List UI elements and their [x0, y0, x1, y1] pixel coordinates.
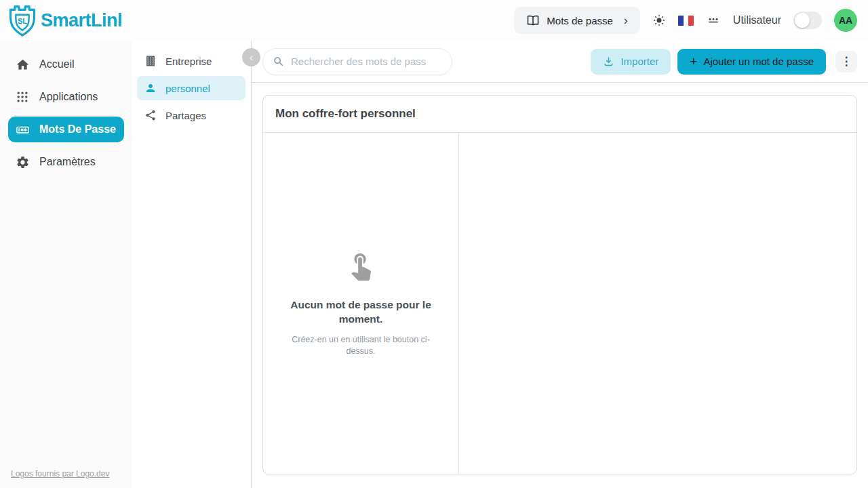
- vault-nav-label: Partages: [165, 110, 206, 121]
- vault-nav-item-partages[interactable]: Partages: [137, 103, 245, 127]
- add-password-button[interactable]: + Ajouter un mot de passe: [677, 49, 826, 75]
- toolbar: Importer + Ajouter un mot de passe ⋮: [252, 41, 868, 83]
- chevron-right-icon: ›: [624, 14, 628, 26]
- brand-logo[interactable]: SL SmartLinl: [7, 4, 122, 37]
- sun-icon: [652, 14, 666, 27]
- password-dots-icon: [706, 14, 721, 27]
- sidebar-item-accueil[interactable]: Accueil: [8, 52, 124, 77]
- passwords-context-label: Mots de passe: [547, 15, 613, 26]
- flag-blue-stripe: [678, 16, 684, 26]
- search-box[interactable]: [262, 48, 452, 75]
- language-flag-france[interactable]: [678, 16, 694, 26]
- vault-nav-item-personnel[interactable]: personnel: [137, 76, 245, 100]
- home-icon: [15, 58, 30, 72]
- password-detail-column: [459, 133, 856, 474]
- passwords-context-button[interactable]: Mots de passe ›: [514, 7, 640, 34]
- search-input[interactable]: [291, 56, 442, 67]
- top-bar-actions: Mots de passe ›: [514, 7, 857, 34]
- app-window: SL SmartLinl Mots de passe ›: [0, 0, 868, 488]
- person-icon: [144, 82, 157, 94]
- app-body: Accueil Applications: [0, 41, 868, 488]
- download-icon: [603, 56, 614, 67]
- sidebar-item-mots-de-passe[interactable]: Mots De Passe: [8, 117, 124, 142]
- vault-nav-label: personnel: [165, 83, 210, 94]
- top-bar: SL SmartLinl Mots de passe ›: [0, 0, 868, 41]
- svg-text:SL: SL: [18, 17, 27, 25]
- book-icon: [526, 14, 540, 27]
- kebab-menu-icon: ⋮: [841, 55, 852, 68]
- logos-credit-link[interactable]: Logos fournis par Logo.dev: [11, 469, 109, 479]
- empty-state-title: Aucun mot de passe pour le moment.: [285, 298, 437, 327]
- sidebar-item-parametres[interactable]: Paramètres: [8, 149, 124, 175]
- content-area: Mon coffre-fort personnel Aucun mot de p…: [252, 83, 868, 488]
- building-icon: [144, 55, 157, 67]
- user-toggle-switch[interactable]: [793, 12, 822, 29]
- user-avatar[interactable]: AA: [834, 9, 857, 32]
- vault-card-title: Mon coffre-fort personnel: [263, 96, 856, 133]
- password-dots-button[interactable]: [706, 14, 721, 27]
- search-icon: [273, 56, 285, 68]
- sidebar-item-label: Applications: [39, 91, 98, 103]
- empty-state-subtitle: Créez-en un en utilisant le bouton ci-de…: [283, 334, 439, 357]
- vault-card-body: Aucun mot de passe pour le moment. Créez…: [263, 133, 856, 474]
- apps-grid-icon: [15, 90, 30, 104]
- user-label: Utilisateur: [733, 14, 781, 26]
- shield-logo-icon: SL: [7, 4, 38, 37]
- add-password-label: Ajouter un mot de passe: [703, 56, 814, 67]
- import-label: Importer: [620, 56, 658, 67]
- toggle-knob: [795, 13, 810, 28]
- password-list-column: Aucun mot de passe pour le moment. Créez…: [263, 133, 459, 474]
- password-field-icon: [15, 123, 30, 137]
- more-options-button[interactable]: ⋮: [835, 51, 857, 73]
- sidebar-item-applications[interactable]: Applications: [8, 84, 124, 110]
- vault-nav: Entreprise personnel Partages: [132, 41, 251, 488]
- tap-hand-icon: [345, 249, 376, 281]
- plus-icon: +: [690, 54, 697, 69]
- main-panel: ‹ Importer: [251, 41, 868, 488]
- flag-red-stripe: [688, 16, 694, 26]
- vault-nav-item-entreprise[interactable]: Entreprise: [137, 49, 245, 73]
- brand-name: SmartLinl: [41, 10, 122, 31]
- primary-sidebar: Accueil Applications: [0, 41, 132, 488]
- gear-icon: [15, 155, 30, 169]
- chevron-left-icon: ‹: [250, 51, 254, 64]
- import-button[interactable]: Importer: [591, 49, 671, 75]
- collapse-sidebar-button[interactable]: ‹: [242, 48, 260, 66]
- share-icon: [144, 109, 157, 121]
- personal-vault-card: Mon coffre-fort personnel Aucun mot de p…: [262, 95, 857, 474]
- sidebar-item-label: Accueil: [39, 58, 75, 70]
- sidebar-item-label: Paramètres: [39, 156, 96, 168]
- flag-white-stripe: [684, 16, 689, 26]
- sidebar-item-label: Mots De Passe: [39, 123, 116, 136]
- vault-nav-label: Entreprise: [165, 56, 212, 67]
- theme-toggle-button[interactable]: [652, 14, 666, 27]
